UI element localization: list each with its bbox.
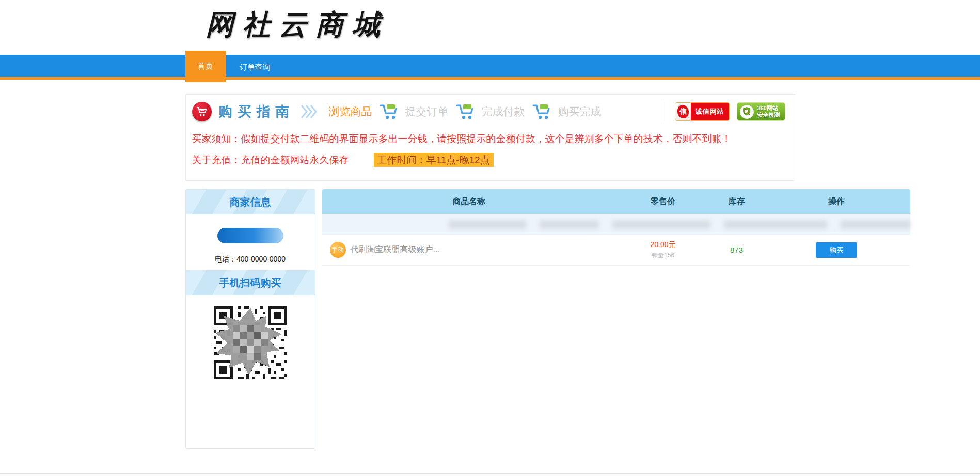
main-nav: 首页 订单查询 xyxy=(0,55,980,80)
recharge-notice-prefix: 关于充值：充值的金额网站永久保存 xyxy=(192,155,349,165)
site-logo: 网社云商城 xyxy=(185,0,795,44)
step-complete-payment: 完成付款 xyxy=(482,104,525,119)
table-header-row: 商品名称 零售价 库存 操作 xyxy=(322,189,910,214)
cart-step-icon xyxy=(456,104,475,120)
qr-code-area xyxy=(186,295,315,448)
badge-360-label: 360网站 安全检测 xyxy=(757,105,780,118)
product-table: 商品名称 零售价 库存 操作 手动 代刷淘宝联盟高级账户... 20.00元 xyxy=(322,189,910,266)
nav-tab-order-query[interactable]: 订单查询 xyxy=(226,55,284,80)
buyer-notice-text: 买家须知：假如提交付款二维码的界面显示多出一分钱，请按照提示的金额付款，这个是辨… xyxy=(192,132,785,146)
chevrons-icon xyxy=(300,104,319,119)
cart-badge-icon xyxy=(192,102,212,121)
product-row: 手动 代刷淘宝联盟高级账户... 20.00元 销量156 873 购买 xyxy=(322,235,910,266)
sales-count: 销量156 xyxy=(616,251,710,260)
merchant-info-title: 商家信息 xyxy=(230,195,271,209)
header-retail-price: 零售价 xyxy=(616,196,710,207)
retail-price: 20.00元 xyxy=(616,240,710,250)
shield-magnifier-icon xyxy=(740,105,754,119)
header-product-name: 商品名称 xyxy=(322,196,617,207)
header-stock: 库存 xyxy=(710,196,763,207)
product-name[interactable]: 代刷淘宝联盟高级账户... xyxy=(351,244,440,255)
qr-code xyxy=(211,303,290,382)
cart-step-icon xyxy=(532,104,551,120)
page-footer xyxy=(0,473,980,476)
badge-360-security[interactable]: 360网站 安全检测 xyxy=(737,102,785,121)
guide-title: 购买指南 xyxy=(218,102,295,121)
step-browse-products: 浏览商品 xyxy=(329,104,372,119)
redacted-row xyxy=(322,214,910,235)
cart-step-icon xyxy=(380,104,398,120)
recharge-notice-text: 关于充值：充值的金额网站永久保存工作时间：早11点-晚12点 xyxy=(192,153,785,167)
chengxin-label: 诚信网站 xyxy=(691,103,729,120)
nav-tab-home[interactable]: 首页 xyxy=(185,51,226,82)
work-hours-highlight: 工作时间：早11点-晚12点 xyxy=(374,153,494,167)
merchant-info-header: 商家信息 xyxy=(186,190,315,214)
site-header: 网社云商城 xyxy=(0,0,980,55)
manual-mode-badge: 手动 xyxy=(330,242,346,258)
chengxin-logo-icon: 信 xyxy=(675,103,691,120)
redacted-blob xyxy=(612,220,710,229)
guide-panel: 购买指南 浏览商品 提交订单 xyxy=(185,94,795,181)
sidebar: 商家信息 电话：400-0000-0000 手机扫码购买 xyxy=(185,189,315,449)
vertical-divider xyxy=(663,102,663,121)
step-purchase-done: 购买完成 xyxy=(558,104,602,119)
header-action: 操作 xyxy=(763,196,910,207)
qr-section-header: 手机扫码购买 xyxy=(186,270,315,295)
content-columns: 商家信息 电话：400-0000-0000 手机扫码购买 xyxy=(185,189,795,449)
main-content: 购买指南 浏览商品 提交订单 xyxy=(185,94,795,449)
phone-number: 电话：400-0000-0000 xyxy=(215,255,286,264)
badge-chengxin-site[interactable]: 信 诚信网站 xyxy=(675,102,730,121)
price-cell: 20.00元 销量156 xyxy=(616,240,710,260)
merchant-contact-block: 电话：400-0000-0000 xyxy=(186,214,315,270)
buy-button[interactable]: 购买 xyxy=(816,242,857,258)
purchase-guide-row: 购买指南 浏览商品 提交订单 xyxy=(190,102,785,121)
redacted-blob xyxy=(841,220,910,229)
contact-qq-button[interactable] xyxy=(217,228,283,243)
redacted-blob xyxy=(449,220,526,229)
step-submit-order: 提交订单 xyxy=(405,104,449,119)
qr-section-title: 手机扫码购买 xyxy=(219,276,281,290)
redacted-blob xyxy=(724,220,827,229)
stock-count: 873 xyxy=(710,245,763,254)
redacted-blob xyxy=(540,220,599,229)
